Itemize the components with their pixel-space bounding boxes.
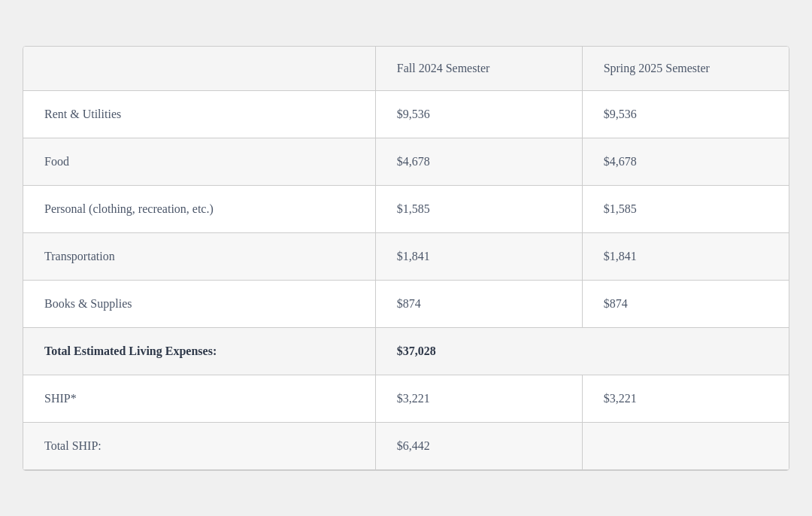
cell-fall-books: $874	[375, 280, 582, 327]
cell-spring-ship: $3,221	[582, 375, 789, 422]
cell-fall-total-ship: $6,442	[375, 422, 582, 469]
cell-label-food: Food	[23, 138, 375, 185]
expenses-table-wrapper: Fall 2024 Semester Spring 2025 Semester …	[23, 46, 789, 471]
cell-label-ship: SHIP*	[23, 375, 375, 422]
cell-label-books: Books & Supplies	[23, 280, 375, 327]
table-row: Rent & Utilities$9,536$9,536	[23, 90, 789, 138]
cell-spring-transportation: $1,841	[582, 232, 789, 280]
total-row: Total Estimated Living Expenses:$37,028	[23, 327, 789, 375]
table-row: SHIP*$3,221$3,221	[23, 375, 789, 422]
cell-spring-food: $4,678	[582, 138, 789, 185]
header-fall: Fall 2024 Semester	[375, 47, 582, 91]
total-label: Total Estimated Living Expenses:	[23, 327, 375, 375]
cell-fall-ship: $3,221	[375, 375, 582, 422]
cell-spring-books: $874	[582, 280, 789, 327]
table-row: Books & Supplies$874$874	[23, 280, 789, 327]
cell-fall-rent: $9,536	[375, 90, 582, 138]
cell-spring-rent: $9,536	[582, 90, 789, 138]
cell-spring-total-ship	[582, 422, 789, 469]
cell-label-total-ship: Total SHIP:	[23, 422, 375, 469]
cell-spring-personal: $1,585	[582, 185, 789, 232]
cell-fall-transportation: $1,841	[375, 232, 582, 280]
cell-fall-personal: $1,585	[375, 185, 582, 232]
cell-label-personal: Personal (clothing, recreation, etc.)	[23, 185, 375, 232]
total-value: $37,028	[375, 327, 789, 375]
table-row: Total SHIP:$6,442	[23, 422, 789, 469]
table-row: Personal (clothing, recreation, etc.)$1,…	[23, 185, 789, 232]
table-row: Food$4,678$4,678	[23, 138, 789, 185]
cell-fall-food: $4,678	[375, 138, 582, 185]
expenses-table: Fall 2024 Semester Spring 2025 Semester …	[23, 47, 789, 470]
cell-label-rent: Rent & Utilities	[23, 90, 375, 138]
cell-label-transportation: Transportation	[23, 232, 375, 280]
table-header-row: Fall 2024 Semester Spring 2025 Semester	[23, 47, 789, 91]
header-label	[23, 47, 375, 91]
header-spring: Spring 2025 Semester	[582, 47, 789, 91]
table-row: Transportation$1,841$1,841	[23, 232, 789, 280]
